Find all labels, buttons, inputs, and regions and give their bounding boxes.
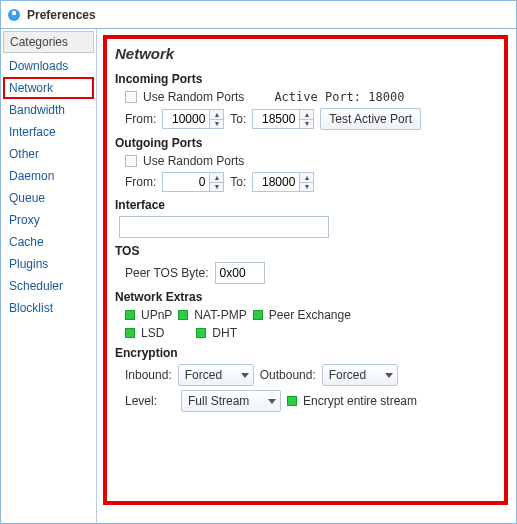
spin-down-icon[interactable]: ▼ bbox=[300, 183, 313, 192]
dht-checkbox[interactable] bbox=[196, 328, 206, 338]
natpmp-checkbox[interactable] bbox=[178, 310, 188, 320]
sidebar-item-downloads[interactable]: Downloads bbox=[3, 55, 94, 77]
chevron-down-icon bbox=[268, 399, 276, 404]
interface-heading: Interface bbox=[115, 198, 496, 212]
incoming-to-spinbox[interactable]: ▲▼ bbox=[252, 109, 314, 129]
inbound-select[interactable]: Forced bbox=[178, 364, 254, 386]
lsd-checkbox[interactable] bbox=[125, 328, 135, 338]
encrypt-entire-checkbox[interactable] bbox=[287, 396, 297, 406]
interface-input[interactable] bbox=[119, 216, 329, 238]
active-port-label: Active Port: 18000 bbox=[274, 90, 404, 104]
encryption-heading: Encryption bbox=[115, 346, 496, 360]
upnp-checkbox[interactable] bbox=[125, 310, 135, 320]
sidebar-item-proxy[interactable]: Proxy bbox=[3, 209, 94, 231]
sidebar-item-cache[interactable]: Cache bbox=[3, 231, 94, 253]
incoming-to-label: To: bbox=[230, 112, 246, 126]
spin-down-icon[interactable]: ▼ bbox=[300, 120, 313, 129]
lsd-label: LSD bbox=[141, 326, 164, 340]
outgoing-from-spinbox[interactable]: ▲▼ bbox=[162, 172, 224, 192]
level-select[interactable]: Full Stream bbox=[181, 390, 281, 412]
spin-up-icon[interactable]: ▲ bbox=[210, 173, 223, 183]
extras-heading: Network Extras bbox=[115, 290, 496, 304]
sidebar-item-network[interactable]: Network bbox=[3, 77, 94, 99]
inbound-value: Forced bbox=[185, 368, 222, 382]
pex-label: Peer Exchange bbox=[269, 308, 351, 322]
sidebar-item-daemon[interactable]: Daemon bbox=[3, 165, 94, 187]
sidebar-item-queue[interactable]: Queue bbox=[3, 187, 94, 209]
sidebar-item-scheduler[interactable]: Scheduler bbox=[3, 275, 94, 297]
sidebar-item-interface[interactable]: Interface bbox=[3, 121, 94, 143]
incoming-heading: Incoming Ports bbox=[115, 72, 496, 86]
outgoing-random-checkbox[interactable] bbox=[125, 155, 137, 167]
page-title: Network bbox=[115, 45, 496, 62]
inbound-label: Inbound: bbox=[125, 368, 172, 382]
network-panel: Network Incoming Ports Use Random Ports … bbox=[103, 35, 508, 505]
sidebar-header: Categories bbox=[3, 31, 94, 53]
spin-up-icon[interactable]: ▲ bbox=[300, 110, 313, 120]
incoming-from-input[interactable] bbox=[163, 110, 209, 128]
outgoing-from-input[interactable] bbox=[163, 173, 209, 191]
outbound-label: Outbound: bbox=[260, 368, 316, 382]
pex-checkbox[interactable] bbox=[253, 310, 263, 320]
spin-up-icon[interactable]: ▲ bbox=[210, 110, 223, 120]
outgoing-random-label: Use Random Ports bbox=[143, 154, 244, 168]
sidebar-item-plugins[interactable]: Plugins bbox=[3, 253, 94, 275]
level-value: Full Stream bbox=[188, 394, 249, 408]
outgoing-to-input[interactable] bbox=[253, 173, 299, 191]
sidebar-item-bandwidth[interactable]: Bandwidth bbox=[3, 99, 94, 121]
spin-down-icon[interactable]: ▼ bbox=[210, 120, 223, 129]
incoming-random-label: Use Random Ports bbox=[143, 90, 244, 104]
encrypt-entire-label: Encrypt entire stream bbox=[303, 394, 417, 408]
sidebar: Categories Downloads Network Bandwidth I… bbox=[1, 29, 97, 524]
outgoing-from-label: From: bbox=[125, 175, 156, 189]
incoming-from-spinbox[interactable]: ▲▼ bbox=[162, 109, 224, 129]
outbound-value: Forced bbox=[329, 368, 366, 382]
tos-input[interactable] bbox=[215, 262, 265, 284]
sidebar-item-blocklist[interactable]: Blocklist bbox=[3, 297, 94, 319]
tos-heading: TOS bbox=[115, 244, 496, 258]
titlebar: Preferences bbox=[1, 1, 516, 29]
incoming-from-label: From: bbox=[125, 112, 156, 126]
window-title: Preferences bbox=[27, 8, 96, 22]
outgoing-to-spinbox[interactable]: ▲▼ bbox=[252, 172, 314, 192]
main-panel: Network Incoming Ports Use Random Ports … bbox=[97, 29, 516, 524]
sidebar-item-other[interactable]: Other bbox=[3, 143, 94, 165]
test-active-port-button[interactable]: Test Active Port bbox=[320, 108, 421, 130]
natpmp-label: NAT-PMP bbox=[194, 308, 246, 322]
outbound-select[interactable]: Forced bbox=[322, 364, 398, 386]
outgoing-to-label: To: bbox=[230, 175, 246, 189]
outgoing-heading: Outgoing Ports bbox=[115, 136, 496, 150]
incoming-random-checkbox[interactable] bbox=[125, 91, 137, 103]
chevron-down-icon bbox=[385, 373, 393, 378]
spin-down-icon[interactable]: ▼ bbox=[210, 183, 223, 192]
tos-label: Peer TOS Byte: bbox=[125, 266, 209, 280]
dht-label: DHT bbox=[212, 326, 237, 340]
upnp-label: UPnP bbox=[141, 308, 172, 322]
level-label: Level: bbox=[125, 394, 175, 408]
incoming-to-input[interactable] bbox=[253, 110, 299, 128]
spin-up-icon[interactable]: ▲ bbox=[300, 173, 313, 183]
app-icon bbox=[7, 8, 21, 22]
svg-point-1 bbox=[12, 10, 16, 14]
chevron-down-icon bbox=[241, 373, 249, 378]
